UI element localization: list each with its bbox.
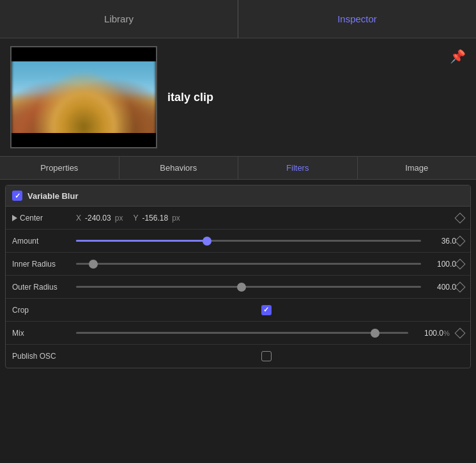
center-label: Center xyxy=(12,214,76,223)
param-row-outer-radius: Outer Radius 400.0 xyxy=(6,276,470,299)
center-coords: X -240.03 px Y -156.18 px xyxy=(76,214,456,223)
param-row-publish-osc: Publish OSC xyxy=(6,345,470,368)
filter-enabled-checkbox[interactable] xyxy=(12,191,22,201)
thumbnail-top-bar xyxy=(12,47,156,61)
amount-label: Amount xyxy=(12,237,76,246)
tab-properties[interactable]: Properties xyxy=(0,157,119,179)
crop-checkbox[interactable] xyxy=(261,305,272,315)
amount-slider-thumb[interactable] xyxy=(203,237,211,246)
amount-slider-track xyxy=(76,240,421,242)
param-row-amount: Amount 36.0 xyxy=(6,230,470,253)
param-row-inner-radius: Inner Radius 100.0 xyxy=(6,253,470,276)
clip-thumbnail xyxy=(10,46,157,148)
crop-label: Crop xyxy=(12,306,76,315)
sub-tab-bar: Properties Behaviors Filters Image xyxy=(0,156,476,180)
thumbnail-bottom-bar xyxy=(12,133,156,147)
mix-label: Mix xyxy=(12,329,76,338)
tab-image[interactable]: Image xyxy=(358,157,477,179)
clip-header: italy clip 📌 xyxy=(0,38,476,156)
filter-panel: Variable Blur Center X -240.03 px Y -156… xyxy=(5,185,471,368)
mix-diamond-icon[interactable] xyxy=(455,327,466,338)
publish-osc-checkbox-container xyxy=(76,351,456,361)
inner-radius-value: 100.0 xyxy=(421,260,456,269)
y-label: Y xyxy=(133,214,138,223)
tab-behaviors[interactable]: Behaviors xyxy=(119,157,239,179)
outer-radius-label: Outer Radius xyxy=(12,283,76,292)
amount-slider[interactable] xyxy=(76,235,421,247)
mix-track xyxy=(76,332,408,334)
outer-radius-value: 400.0 xyxy=(421,283,456,292)
x-label: X xyxy=(76,214,81,223)
triangle-icon[interactable] xyxy=(12,215,17,221)
publish-osc-checkbox[interactable] xyxy=(261,351,272,361)
x-value[interactable]: -240.03 xyxy=(85,214,111,223)
tab-inspector[interactable]: Inspector xyxy=(238,0,476,38)
outer-radius-diamond-icon[interactable] xyxy=(455,281,466,292)
mix-value: 100.0 xyxy=(408,329,443,338)
clip-title: italy clip xyxy=(167,91,466,104)
inner-radius-slider[interactable] xyxy=(76,258,421,271)
y-unit: px xyxy=(172,214,180,223)
mix-slider[interactable] xyxy=(76,327,408,340)
inner-radius-thumb[interactable] xyxy=(89,260,98,269)
param-row-mix: Mix 100.0 % xyxy=(6,322,470,345)
amount-diamond-icon[interactable] xyxy=(455,235,466,246)
param-row-crop: Crop xyxy=(6,299,470,322)
filter-section-title: Variable Blur xyxy=(27,191,78,201)
mix-thumb[interactable] xyxy=(371,329,380,338)
tab-filters[interactable]: Filters xyxy=(238,157,358,179)
tab-library[interactable]: Library xyxy=(0,0,238,38)
param-row-center: Center X -240.03 px Y -156.18 px xyxy=(6,207,470,230)
top-tab-bar: Library Inspector xyxy=(0,0,476,38)
crop-checkbox-container xyxy=(76,305,456,315)
publish-osc-label: Publish OSC xyxy=(12,352,76,361)
outer-radius-track xyxy=(76,286,421,288)
outer-radius-thumb[interactable] xyxy=(237,283,246,292)
inner-radius-diamond-icon[interactable] xyxy=(455,258,466,269)
inner-radius-label: Inner Radius xyxy=(12,260,76,269)
amount-value: 36.0 xyxy=(421,237,456,246)
thumbnail-image xyxy=(12,47,156,147)
outer-radius-slider[interactable] xyxy=(76,281,421,294)
inner-radius-track xyxy=(76,263,421,265)
amount-slider-fill xyxy=(76,240,207,242)
y-value[interactable]: -156.18 xyxy=(142,214,168,223)
center-diamond-icon[interactable] xyxy=(455,212,466,223)
pin-icon[interactable]: 📌 xyxy=(450,49,466,64)
filter-section-header: Variable Blur xyxy=(6,185,470,207)
x-unit: px xyxy=(115,214,123,223)
